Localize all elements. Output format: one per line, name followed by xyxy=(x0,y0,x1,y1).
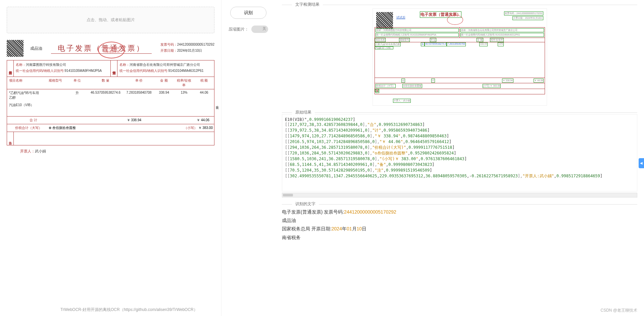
seller-name: 河南省联合石化有限公司郑州管城京广路分公司 xyxy=(130,63,200,66)
col-name: 项目名称 xyxy=(7,77,44,89)
rec-line1a: 电子发票(普通发票) 发票号码: xyxy=(282,209,344,215)
recognize-button[interactable]: 识别 xyxy=(230,7,266,19)
rec-line3a: 国家税务总局 开票日期: xyxy=(282,226,332,231)
compress-label: 压缩图片： xyxy=(229,27,249,32)
col-rate: 税率/征收率 xyxy=(174,77,194,89)
items-header: 项目名称 规格型号 单 位 数 量 单 价 金 额 税率/征收率 税 额 xyxy=(7,77,214,89)
qr-small xyxy=(376,12,393,29)
footer-text: TrWebOCR-好用开源的离线OCR（https://github.com/a… xyxy=(60,307,198,313)
sum-label: 合 计 xyxy=(8,118,59,123)
preview-link[interactable]: 试试后 xyxy=(396,15,405,20)
sum-tax: ￥ 44.06 xyxy=(159,118,213,123)
number-label: 发票号码： xyxy=(160,43,177,46)
dbox-num-label: 发票号码：24412000000005170292 xyxy=(504,11,543,15)
buyer-name: 河南霖图医疗科技有限公司 xyxy=(26,63,66,66)
buyer-tax: 91410105MA9FHMJP5A xyxy=(65,69,102,73)
invoice-number: 24412000000005170292 xyxy=(177,43,214,46)
watermark: CSDN @老王聊技术 xyxy=(600,308,637,313)
buyer-tax-label: 统一社会信用代码/纳税人识别号: xyxy=(16,69,65,73)
left-panel: 点击、拖动、或者粘贴图片 下载次数：1 成品油 电子发票（普通发票） 国家税务总… xyxy=(0,0,221,316)
rec-y: 2024 xyxy=(332,226,342,231)
stamp-small xyxy=(447,15,463,25)
item-amount: 338.94 xyxy=(154,89,174,101)
rec-d2: 日 xyxy=(362,226,366,231)
detect-preview: 试试后 电子发票（普通发票） 发票号码：24412000000005170292… xyxy=(373,8,547,106)
remark-row: 备注 xyxy=(7,132,214,145)
total-label: 价税合计（大写） xyxy=(15,126,42,130)
rec-line2: 成品油 xyxy=(282,216,637,225)
col-tax: 税 额 xyxy=(194,77,214,89)
item-tax: 44.06 xyxy=(194,89,214,101)
tax-stamp: 国家税务总局 河南省税务局 xyxy=(98,42,125,58)
col-amount: 金 额 xyxy=(154,77,174,89)
item-price: 7.283185840708 xyxy=(124,89,154,101)
item-name2: 汽油E10（VIB） xyxy=(7,101,44,109)
compress-toggle[interactable]: 关 xyxy=(251,26,268,33)
seller-vlabel: 销售方信息 xyxy=(111,60,117,77)
issuer-name: 武小娟 xyxy=(35,149,46,153)
toggle-off-label: 关 xyxy=(262,26,266,31)
rec-line4: 南省税务 xyxy=(282,233,637,242)
stamp-line1: 国家税务总局 xyxy=(103,46,119,50)
raw-results[interactable]: E10(VIB)",0.9999166190624237][[217,972,3… xyxy=(282,114,637,191)
item-name: *乙醇汽油*95号车用乙醇 xyxy=(7,89,44,101)
right-panel: 文字检测结果 试试后 电子发票（普通发票） 发票号码：2441200000000… xyxy=(275,0,644,316)
dbox-issuer: 开票人：武小娟 xyxy=(393,99,411,103)
total-small: ￥ 383.00 xyxy=(198,126,213,130)
buyer-vlabel: 购买方信息 xyxy=(7,60,14,77)
raw-scrollbar[interactable] xyxy=(282,193,637,197)
dbox-date-label: 开票日期：2024年01月10日 xyxy=(512,16,543,20)
item-unit: 升 xyxy=(67,89,87,101)
seller-tax: 91410104MA46312P61 xyxy=(168,69,204,73)
section-raw-title: 原始结果 xyxy=(292,109,315,115)
item-rate: 13% xyxy=(174,89,194,101)
invoice-date: 2024年01月10日 xyxy=(177,49,202,52)
buyer-name-label: 名称： xyxy=(16,63,26,66)
section-detect-title: 文字检测结果 xyxy=(292,2,323,7)
section-text-title: 识别的文字 xyxy=(292,201,319,207)
rec-d: 10 xyxy=(357,226,362,231)
total-row: 价税合计（大写） ⊗ 叁佰捌拾叁圆整 （小写） ￥ 383.00 xyxy=(7,124,214,132)
rec-m: 01 xyxy=(347,226,352,231)
recognized-text: 电子发票(普通发票) 发票号码:24412000000005170292 成品油… xyxy=(282,208,637,242)
sum-row: 合 计 ￥ 338.94 ￥ 44.06 xyxy=(7,116,214,124)
issuer-label: 开票人： xyxy=(20,149,35,153)
col-qty: 数 量 xyxy=(87,77,124,89)
col-spec: 规格型号 xyxy=(44,77,67,89)
total-small-label: （小写） xyxy=(184,126,197,130)
col-price: 单 价 xyxy=(124,77,154,89)
mid-panel: 识别 压缩图片： 关 xyxy=(221,0,275,316)
invoice-meta: 发票号码：24412000000005170292 开票日期：2024年01月1… xyxy=(160,42,214,54)
qr-code xyxy=(7,40,23,57)
date-label: 开票日期： xyxy=(160,49,177,52)
rec-line1b: 24412000000005170292 xyxy=(344,209,396,215)
oil-label: 成品油 xyxy=(30,46,42,51)
seller-tax-label: 统一社会信用代码/纳税人识别号: xyxy=(119,69,168,73)
dropzone[interactable]: 点击、拖动、或者粘贴图片 xyxy=(7,7,214,33)
rec-m2: 月 xyxy=(352,226,357,231)
download-count: 下载次数：1 xyxy=(215,104,219,108)
stamp-line2: 河南省税务局 xyxy=(103,50,119,54)
rec-y2: 年 xyxy=(342,226,347,231)
item-row: *乙醇汽油*95号车用乙醇 升 46.537059538274.6 7.2831… xyxy=(7,89,214,101)
col-unit: 单 位 xyxy=(67,77,87,89)
seller-name-label: 名称： xyxy=(119,63,130,66)
sum-amount: ￥ 338.94 xyxy=(109,118,159,123)
remark-label: 备注 xyxy=(7,132,14,145)
side-tab[interactable]: ◀ xyxy=(639,158,644,168)
item-spec xyxy=(44,89,67,101)
item-qty: 46.537059538274.6 xyxy=(87,89,124,101)
invoice-preview: 下载次数：1 成品油 电子发票（普通发票） 国家税务总局 河南省税务局 发票号码… xyxy=(7,40,214,154)
total-cn: 叁佰捌拾叁圆整 xyxy=(52,126,76,130)
